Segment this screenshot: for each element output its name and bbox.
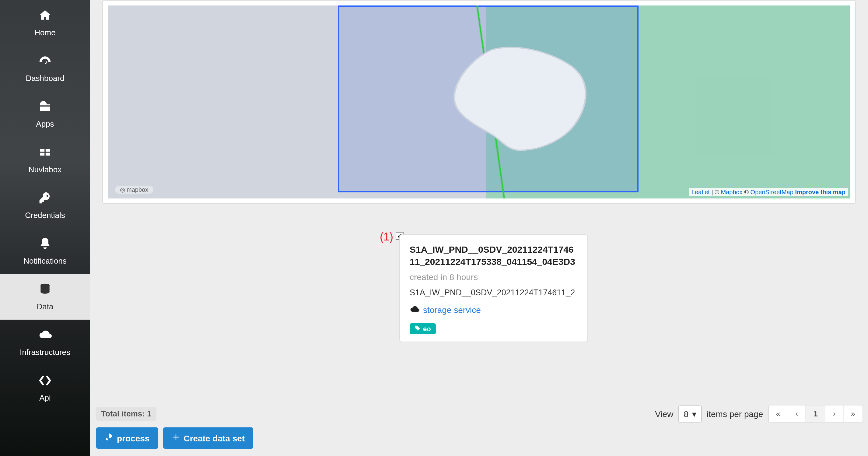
nuvlabox-icon <box>38 146 52 162</box>
pager: « ‹ 1 › » <box>768 405 863 423</box>
footer-bar: Total items: 1 View 8 ▾ items per page «… <box>90 405 868 449</box>
storage-line: storage service <box>410 304 578 316</box>
map-attribution: Leaflet | © Mapbox © OpenStreetMap Impro… <box>689 188 848 196</box>
data-record-title: S1A_IW_PND__0SDV_20211224T174611_2021122… <box>410 244 578 268</box>
sidebar-item-label: Notifications <box>24 256 67 266</box>
plus-icon <box>172 433 180 443</box>
notifications-icon <box>38 237 52 254</box>
sidebar-item-dashboard[interactable]: Dashboard <box>0 45 90 91</box>
sidebar-item-home[interactable]: Home <box>0 0 90 45</box>
sidebar-item-infrastructures[interactable]: Infrastructures <box>0 320 90 365</box>
cloud-icon <box>410 304 420 316</box>
sidebar-item-credentials[interactable]: Credentials <box>0 183 90 228</box>
process-button-label: process <box>117 433 149 443</box>
attribution-sep: © <box>744 189 750 195</box>
page-size-select[interactable]: 8 ▾ <box>678 405 702 422</box>
main-content: ◎ mapbox Leaflet | © Mapbox © OpenStreet… <box>90 0 868 456</box>
data-record-card[interactable]: S1A_IW_PND__0SDV_20211224T174611_2021122… <box>399 234 588 342</box>
sidebar-item-label: Dashboard <box>26 74 64 83</box>
mapbox-link[interactable]: Mapbox <box>721 189 743 195</box>
data-record-filename: S1A_IW_PND__0SDV_20211224T174611_2 <box>410 288 578 297</box>
results-area: (1) ✔ S1A_IW_PND__0SDV_20211224T174611_2… <box>90 216 868 381</box>
create-dataset-button-label: Create data set <box>184 433 245 443</box>
annotation-1: (1) <box>380 231 393 244</box>
sidebar-item-label: Credentials <box>25 211 65 220</box>
storage-service-link[interactable]: storage service <box>423 305 481 315</box>
pager-prev-button[interactable]: ‹ <box>788 405 806 422</box>
tag-label: eo <box>423 325 431 332</box>
apps-icon <box>38 100 52 117</box>
attribution-sep: | © <box>712 189 721 195</box>
rocket-icon <box>105 433 113 443</box>
mapbox-logo-text: mapbox <box>127 186 148 193</box>
sidebar-item-data[interactable]: Data <box>0 274 90 320</box>
sidebar-item-label: Api <box>39 393 51 402</box>
sidebar-item-nuvlabox[interactable]: Nuvlabox <box>0 137 90 183</box>
home-icon <box>38 8 52 26</box>
api-icon <box>38 374 52 391</box>
pager-next-button[interactable]: › <box>826 405 844 422</box>
action-buttons-row: process Create data set <box>96 427 863 449</box>
osm-link[interactable]: OpenStreetMap <box>750 189 794 195</box>
sidebar-item-api[interactable]: Api <box>0 365 90 411</box>
sidebar-item-label: Apps <box>36 119 54 128</box>
sidebar-item-label: Nuvlabox <box>29 165 61 174</box>
pager-first-button[interactable]: « <box>769 405 788 422</box>
sidebar-item-notifications[interactable]: Notifications <box>0 228 90 274</box>
credentials-icon <box>38 191 52 208</box>
mapbox-icon: ◎ <box>120 186 125 193</box>
tag-icon <box>414 325 421 332</box>
dashboard-icon <box>38 54 52 71</box>
improve-map-link[interactable]: Improve this map <box>795 189 845 195</box>
create-dataset-button[interactable]: Create data set <box>163 427 253 449</box>
pager-wrap: View 8 ▾ items per page « ‹ 1 › » <box>655 405 863 423</box>
items-per-page-label: items per page <box>707 409 763 419</box>
sidebar-item-label: Infrastructures <box>20 347 70 357</box>
sidebar-item-label: Data <box>37 302 54 311</box>
pager-last-button[interactable]: » <box>844 405 863 422</box>
sidebar-item-label: Home <box>34 28 55 37</box>
map-canvas[interactable]: ◎ mapbox Leaflet | © Mapbox © OpenStreet… <box>108 5 850 199</box>
chevron-down-icon: ▾ <box>692 409 696 419</box>
pager-current-page[interactable]: 1 <box>806 405 826 422</box>
map-card: ◎ mapbox Leaflet | © Mapbox © OpenStreet… <box>102 0 856 204</box>
map-landmass <box>435 40 598 160</box>
data-icon <box>38 282 52 300</box>
view-label: View <box>655 409 673 419</box>
infrastructures-icon <box>38 328 52 345</box>
total-items-badge: Total items: 1 <box>96 407 156 421</box>
footer-pagination-row: Total items: 1 View 8 ▾ items per page «… <box>96 405 863 423</box>
tag-badge[interactable]: eo <box>410 323 436 334</box>
mapbox-logo: ◎ mapbox <box>115 186 153 193</box>
page-size-value: 8 <box>684 409 688 419</box>
sidebar-item-apps[interactable]: Apps <box>0 91 90 137</box>
process-button[interactable]: process <box>96 427 158 449</box>
sidebar: Home Dashboard Apps Nuvlabox Credentials… <box>0 0 90 456</box>
data-record-created: created in 8 hours <box>410 272 578 281</box>
leaflet-link[interactable]: Leaflet <box>691 189 710 195</box>
